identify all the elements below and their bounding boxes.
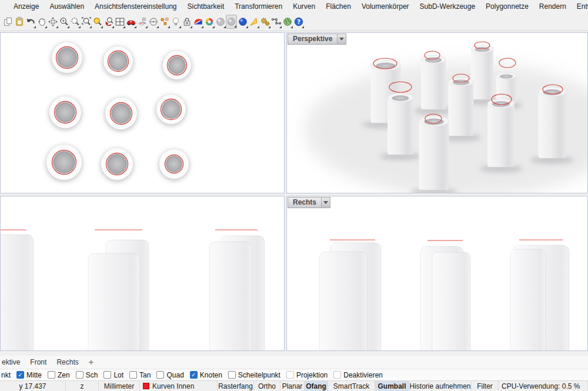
- polyline-icon[interactable]: [270, 15, 282, 29]
- viewport-page-tab-rechts[interactable]: Rechts: [56, 358, 78, 366]
- checkbox-projektion[interactable]: [286, 371, 294, 379]
- menu-item-kurven[interactable]: Kurven: [288, 2, 320, 11]
- viewport-top[interactable]: [0, 32, 285, 193]
- render-icon[interactable]: [192, 15, 203, 29]
- viewport-title-tab-rechts[interactable]: Rechts: [288, 197, 330, 208]
- status-smarttrack[interactable]: SmartTrack: [328, 381, 375, 391]
- status-label: Ofang: [306, 382, 326, 390]
- osnap-label: Lot: [113, 371, 123, 379]
- viewport-page-tab-ektive[interactable]: ektive: [2, 358, 20, 366]
- osnap-scheitelpunkt[interactable]: Scheitelpunkt: [228, 371, 280, 379]
- osnap-label: Deaktivieren: [343, 371, 383, 379]
- menu-item-transformieren[interactable]: Transformieren: [229, 2, 288, 11]
- status-rasterfang[interactable]: Rasterfang: [218, 381, 254, 391]
- rendered-sphere-icon[interactable]: [226, 15, 237, 29]
- status-label: Historie aufnehmen: [409, 382, 470, 390]
- object-nodes-icon[interactable]: [159, 15, 170, 29]
- osnap-label: Quad: [166, 371, 183, 379]
- cplane-icon[interactable]: [148, 15, 159, 29]
- status-historie-aufnehmen[interactable]: Historie aufnehmen: [409, 381, 472, 391]
- viewport-title-tab-perspective[interactable]: Perspektive: [288, 34, 346, 45]
- arrow-flag-icon[interactable]: [248, 15, 259, 29]
- osnap-lot[interactable]: Lot: [103, 371, 123, 379]
- osnap-label: Scheitelpunkt: [238, 371, 280, 379]
- viewport-right[interactable]: Rechts: [286, 196, 588, 351]
- status-z: z: [66, 381, 99, 391]
- menu-item-sichtbarkeit[interactable]: Sichtbarkeit: [182, 2, 230, 11]
- osnap-zen[interactable]: Zen: [48, 371, 70, 379]
- osnap-tan[interactable]: Tan: [129, 371, 151, 379]
- menu-item-anzeige[interactable]: Anzeige: [8, 2, 44, 11]
- shaded-sphere-icon[interactable]: [215, 15, 226, 29]
- front-view-canvas[interactable]: [1, 196, 284, 351]
- checkbox-scheitelpunkt[interactable]: [228, 371, 236, 379]
- status-planar[interactable]: Planar: [280, 381, 305, 391]
- status-filter[interactable]: Filter: [472, 381, 499, 391]
- checkbox-lot[interactable]: [103, 371, 111, 379]
- globe-icon[interactable]: [282, 15, 293, 29]
- viewport-title-label: Rechts: [288, 197, 322, 208]
- zoom-window-icon[interactable]: [81, 15, 92, 29]
- checkbox-sch[interactable]: [76, 371, 83, 379]
- checkbox-deaktivieren[interactable]: [333, 371, 341, 379]
- status-bar: y 17.437zMillimeterKurven InnenRasterfan…: [0, 380, 588, 391]
- copy-icon[interactable]: [2, 15, 14, 29]
- undo-icon[interactable]: [25, 15, 36, 29]
- settings-gears-icon[interactable]: [259, 15, 270, 29]
- checkbox-knoten[interactable]: ✓: [190, 371, 198, 379]
- undo-view-icon[interactable]: [103, 15, 114, 29]
- osnap-mitte[interactable]: ✓Mitte: [16, 371, 42, 379]
- lightbulb-icon[interactable]: [170, 15, 181, 29]
- viewport-perspective[interactable]: Perspektive: [286, 32, 588, 193]
- viewport-title-dropdown[interactable]: [338, 34, 346, 45]
- menu-item-subd-werkzeuge[interactable]: SubD-Werkzeuge: [415, 2, 481, 11]
- menu-item-entwurf[interactable]: Entwurf: [572, 2, 588, 11]
- checkbox-quad[interactable]: [156, 371, 164, 379]
- car-icon[interactable]: [125, 15, 136, 29]
- viewport-title-dropdown[interactable]: [322, 197, 330, 208]
- four-viewports-icon[interactable]: [114, 15, 125, 29]
- osnap-projektion[interactable]: Projektion: [286, 371, 328, 379]
- osnap-deaktivieren[interactable]: Deaktivieren: [333, 371, 383, 379]
- osnap-quad[interactable]: Quad: [156, 371, 183, 379]
- menu-item-fl-chen[interactable]: Flächen: [320, 2, 356, 11]
- status-label: Rasterfang: [218, 382, 253, 390]
- rotate-view-icon[interactable]: [47, 15, 58, 29]
- menu-item-rendern[interactable]: Rendern: [534, 2, 572, 11]
- checkbox-mitte[interactable]: ✓: [16, 371, 24, 379]
- zoom-selected-icon[interactable]: [92, 15, 103, 29]
- viewport-front[interactable]: [0, 196, 285, 351]
- zoom-icon[interactable]: [58, 15, 69, 29]
- perspective-view-canvas[interactable]: [287, 33, 587, 193]
- status-ortho[interactable]: Ortho: [254, 381, 280, 391]
- menu-item-ausw-hlen[interactable]: Auswählen: [44, 2, 89, 11]
- status-label: CPU-Verwendung: 0.5 %: [502, 382, 580, 390]
- rhino-window: AnzeigeAuswählenAnsichtsfenstereinstellu…: [0, 0, 588, 391]
- menu-item-polygonnetze[interactable]: Polygonnetze: [480, 2, 534, 11]
- color-wheel-icon[interactable]: [203, 15, 215, 29]
- menu-item-ansichtsfenstereinstellung[interactable]: Ansichtsfenstereinstellung: [89, 2, 182, 11]
- zoom-dynamic-icon[interactable]: [69, 15, 81, 29]
- lock-icon[interactable]: [181, 15, 192, 29]
- viewport-title-label: Perspektive: [288, 34, 338, 45]
- status-cpu-verwendung-0-5: CPU-Verwendung: 0.5 %: [499, 381, 588, 391]
- top-view-canvas[interactable]: [1, 33, 284, 193]
- right-view-canvas[interactable]: [287, 196, 587, 351]
- raytrace-sphere-icon[interactable]: [237, 15, 248, 29]
- add-viewport-tab-icon[interactable]: +: [89, 358, 93, 366]
- plan-icon[interactable]: [136, 15, 148, 29]
- checkbox-zen[interactable]: [48, 371, 55, 379]
- osnap-knoten[interactable]: ✓Knoten: [190, 371, 222, 379]
- pan-icon[interactable]: [36, 15, 47, 29]
- help-icon[interactable]: ?: [293, 15, 304, 29]
- paste-icon[interactable]: [14, 15, 25, 29]
- viewport-page-tab-front[interactable]: Front: [30, 358, 46, 366]
- status-millimeter[interactable]: Millimeter: [99, 381, 140, 391]
- osnap-sch[interactable]: Sch: [76, 371, 98, 379]
- status-ofang[interactable]: Ofang: [305, 381, 328, 391]
- status-gumball[interactable]: Gumball: [375, 381, 409, 391]
- menu-item-volumenk-rper[interactable]: Volumenkörper: [356, 2, 415, 11]
- status-label: Planar: [282, 382, 303, 390]
- checkbox-tan[interactable]: [129, 371, 137, 379]
- status-kurven-innen[interactable]: Kurven Innen: [140, 381, 218, 391]
